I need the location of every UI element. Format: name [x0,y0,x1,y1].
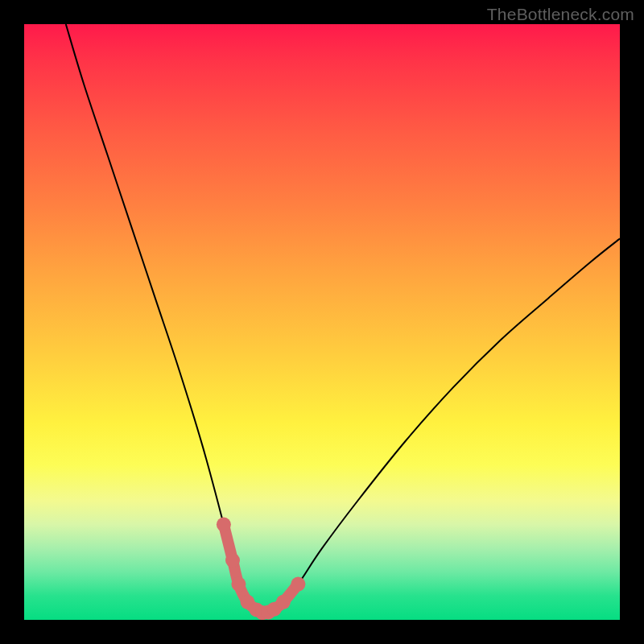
highlight-dot [217,518,231,532]
chart-svg [24,24,620,620]
highlight-dot [225,553,240,568]
bottleneck-curve-path [66,24,620,613]
highlight-dots [217,518,306,620]
watermark-text: TheBottleneck.com [487,5,634,24]
highlight-dot [291,577,305,592]
highlight-dot [231,577,246,592]
bottleneck-curve [66,24,620,613]
highlight-dot [276,595,291,609]
chart-plot-area [24,24,620,620]
